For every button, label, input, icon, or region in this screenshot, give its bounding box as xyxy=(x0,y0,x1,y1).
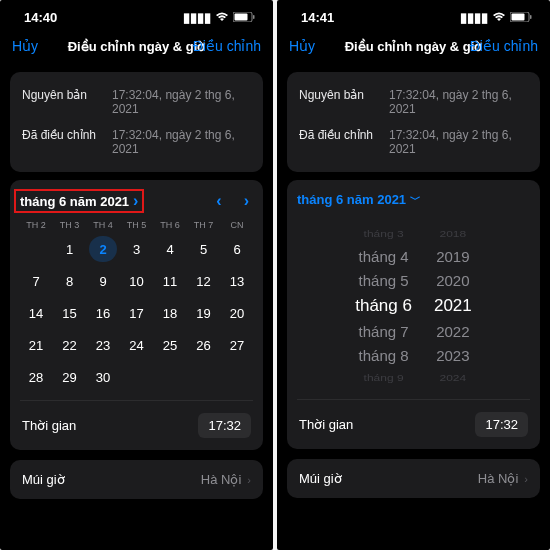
picker-item[interactable]: tháng 6 xyxy=(355,296,412,316)
nav-bar: Hủy Điều chỉnh ngày & giờ Điều chỉnh xyxy=(277,34,550,64)
status-bar: 14:41 ▮▮▮▮ xyxy=(277,0,550,34)
calendar-day xyxy=(22,236,50,262)
calendar-day[interactable]: 16 xyxy=(89,300,117,326)
calendar-day xyxy=(223,364,251,390)
calendar-day[interactable]: 25 xyxy=(156,332,184,358)
picker-item[interactable]: 2022 xyxy=(436,323,469,340)
picker-item[interactable]: 2018 xyxy=(440,229,467,239)
nav-bar: Hủy Điều chỉnh ngày & giờ Điều chỉnh xyxy=(0,34,273,64)
timezone-row[interactable]: Múi giờ Hà Nội › xyxy=(287,459,540,498)
calendar-day[interactable]: 19 xyxy=(190,300,218,326)
adjusted-label: Đã điều chỉnh xyxy=(299,128,389,142)
calendar-day[interactable]: 11 xyxy=(156,268,184,294)
cancel-button[interactable]: Hủy xyxy=(12,38,38,54)
picker-item[interactable]: tháng 8 xyxy=(359,347,409,364)
weekday-header: TH 2TH 3TH 4TH 5TH 6TH 7CN xyxy=(20,218,253,234)
battery-icon xyxy=(233,10,255,25)
calendar-day[interactable]: 28 xyxy=(22,364,50,390)
svg-rect-2 xyxy=(253,15,255,19)
calendar-day xyxy=(156,364,184,390)
done-button[interactable]: Điều chỉnh xyxy=(193,38,261,54)
calendar-day[interactable]: 12 xyxy=(190,268,218,294)
svg-rect-1 xyxy=(235,13,248,20)
timezone-value: Hà Nội xyxy=(478,471,519,486)
picker-item[interactable]: 2019 xyxy=(436,248,469,265)
calendar-day[interactable]: 17 xyxy=(123,300,151,326)
calendar-day[interactable]: 3 xyxy=(123,236,151,262)
done-button[interactable]: Điều chỉnh xyxy=(470,38,538,54)
calendar-day[interactable]: 27 xyxy=(223,332,251,358)
calendar-day[interactable]: 14 xyxy=(22,300,50,326)
year-column[interactable]: 2018201920202021202220232024 xyxy=(434,227,472,385)
calendar-day[interactable]: 2 xyxy=(89,236,117,262)
adjusted-value: 17:32:04, ngày 2 thg 6, 2021 xyxy=(112,128,251,156)
calendar-day[interactable]: 21 xyxy=(22,332,50,358)
timezone-label: Múi giờ xyxy=(22,472,65,487)
picker-item[interactable]: tháng 5 xyxy=(359,272,409,289)
calendar-day[interactable]: 22 xyxy=(56,332,84,358)
picker-item[interactable]: tháng 7 xyxy=(359,323,409,340)
calendar-day[interactable]: 7 xyxy=(22,268,50,294)
time-picker[interactable]: 17:32 xyxy=(475,412,528,437)
svg-rect-4 xyxy=(512,13,525,20)
time-picker[interactable]: 17:32 xyxy=(198,413,251,438)
battery-icon xyxy=(510,10,532,25)
calendar-day[interactable]: 1 xyxy=(56,236,84,262)
calendar-card: tháng 6 năm 2021 ﹀ tháng 3tháng 4tháng 5… xyxy=(287,180,540,449)
status-icons: ▮▮▮▮ xyxy=(183,10,255,25)
month-year-button[interactable]: tháng 6 năm 2021 › xyxy=(14,189,144,213)
chevron-right-icon: › xyxy=(524,473,528,485)
cancel-button[interactable]: Hủy xyxy=(289,38,315,54)
calendar-day[interactable]: 30 xyxy=(89,364,117,390)
timezone-value: Hà Nội xyxy=(201,472,242,487)
timezone-row[interactable]: Múi giờ Hà Nội › xyxy=(10,460,263,499)
phone-left: 14:40 ▮▮▮▮ Hủy Điều chỉnh ngày & giờ Điề… xyxy=(0,0,273,550)
signal-icon: ▮▮▮▮ xyxy=(183,10,211,25)
calendar-day[interactable]: 10 xyxy=(123,268,151,294)
calendar-day[interactable]: 29 xyxy=(56,364,84,390)
picker-item[interactable]: 2024 xyxy=(440,373,467,383)
wifi-icon xyxy=(215,10,229,25)
original-value: 17:32:04, ngày 2 thg 6, 2021 xyxy=(389,88,528,116)
picker-item[interactable]: 2023 xyxy=(436,347,469,364)
month-year-button[interactable]: tháng 6 năm 2021 ﹀ xyxy=(297,192,421,207)
original-value: 17:32:04, ngày 2 thg 6, 2021 xyxy=(112,88,251,116)
time-label: Thời gian xyxy=(22,418,76,433)
calendar-day[interactable]: 6 xyxy=(223,236,251,262)
next-month-button[interactable]: › xyxy=(244,192,249,210)
calendar-day[interactable]: 24 xyxy=(123,332,151,358)
calendar-day[interactable]: 4 xyxy=(156,236,184,262)
calendar-day[interactable]: 5 xyxy=(190,236,218,262)
prev-month-button[interactable]: ‹ xyxy=(216,192,221,210)
chevron-right-icon: › xyxy=(247,474,251,486)
picker-item[interactable]: 2020 xyxy=(436,272,469,289)
calendar-day[interactable]: 8 xyxy=(56,268,84,294)
info-card: Nguyên bản 17:32:04, ngày 2 thg 6, 2021 … xyxy=(287,72,540,172)
calendar-day xyxy=(123,364,151,390)
calendar-day[interactable]: 13 xyxy=(223,268,251,294)
picker-item[interactable]: 2021 xyxy=(434,296,472,316)
month-year-picker[interactable]: tháng 3tháng 4tháng 5tháng 6tháng 7tháng… xyxy=(297,221,530,391)
picker-item[interactable]: tháng 9 xyxy=(364,373,404,383)
calendar-day[interactable]: 20 xyxy=(223,300,251,326)
calendar-day[interactable]: 23 xyxy=(89,332,117,358)
status-bar: 14:40 ▮▮▮▮ xyxy=(0,0,273,34)
calendar-day[interactable]: 15 xyxy=(56,300,84,326)
status-icons: ▮▮▮▮ xyxy=(460,10,532,25)
chevron-down-icon: ﹀ xyxy=(410,192,421,207)
svg-rect-5 xyxy=(530,15,532,19)
clock: 14:41 xyxy=(301,10,334,25)
original-label: Nguyên bản xyxy=(299,88,389,102)
picker-item[interactable]: tháng 3 xyxy=(364,229,404,239)
picker-item[interactable]: tháng 4 xyxy=(359,248,409,265)
time-label: Thời gian xyxy=(299,417,353,432)
clock: 14:40 xyxy=(24,10,57,25)
calendar-day[interactable]: 18 xyxy=(156,300,184,326)
chevron-right-icon: › xyxy=(133,192,138,210)
calendar-day xyxy=(190,364,218,390)
adjusted-label: Đã điều chỉnh xyxy=(22,128,112,142)
calendar-day[interactable]: 26 xyxy=(190,332,218,358)
calendar-day[interactable]: 9 xyxy=(89,268,117,294)
month-column[interactable]: tháng 3tháng 4tháng 5tháng 6tháng 7tháng… xyxy=(355,227,412,385)
timezone-label: Múi giờ xyxy=(299,471,342,486)
